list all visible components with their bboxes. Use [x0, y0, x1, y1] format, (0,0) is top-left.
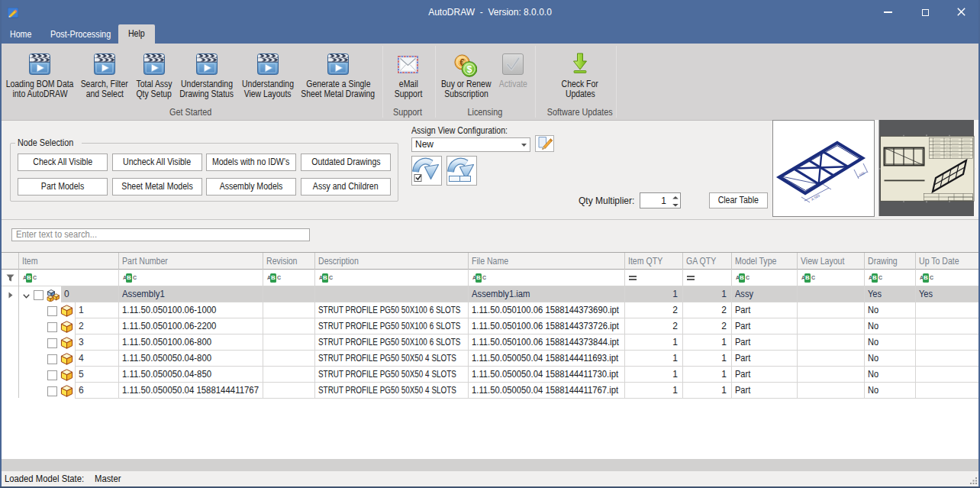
- svg-text:$: $: [467, 64, 472, 75]
